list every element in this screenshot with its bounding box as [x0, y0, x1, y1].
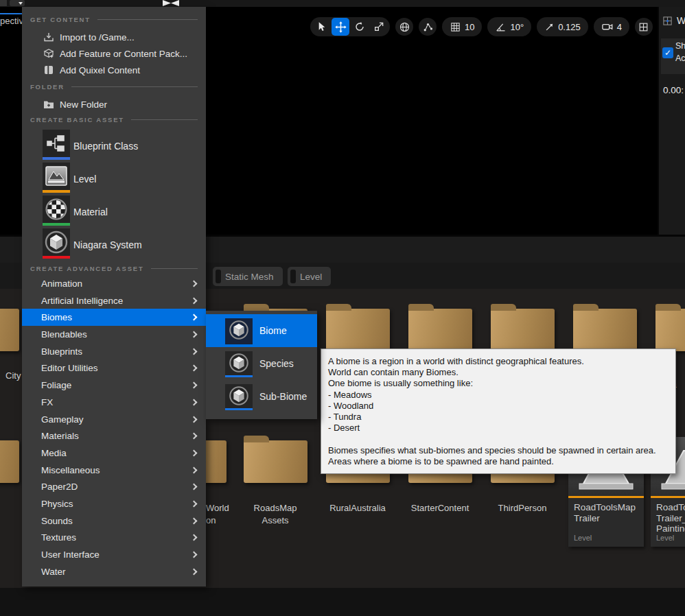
grid-snap-control[interactable]: 10 — [442, 17, 482, 36]
scale-snap-control[interactable]: 0.125 — [537, 17, 588, 36]
folder-label: StarterContent — [392, 502, 488, 514]
angle-icon — [495, 21, 507, 33]
blueprint-class-icon — [43, 130, 70, 160]
camera-icon — [601, 21, 614, 33]
submenu-item-species[interactable]: Species — [206, 347, 317, 380]
folder-icon-partial[interactable] — [0, 440, 19, 483]
folder-label: ThirdPerson — [474, 502, 570, 514]
menu-item-miscellaneous[interactable]: Miscellaneous — [22, 462, 206, 479]
folder-icon[interactable] — [408, 309, 472, 351]
menu-item-physics[interactable]: Physics — [22, 495, 206, 512]
chevron-right-icon — [191, 467, 198, 474]
folder-icon[interactable] — [326, 309, 390, 351]
menu-item-artificial-intelligence[interactable]: Artificial Intelligence — [22, 292, 206, 309]
viewport-layout-icon — [638, 21, 649, 33]
biomes-submenu: Biome Species Sub-Biome — [206, 311, 317, 419]
asset-type: Level — [574, 534, 592, 542]
viewport-layout-button[interactable] — [635, 18, 653, 36]
menu-item-biomes[interactable]: Biomes — [22, 309, 206, 326]
panel-value-partial: 0.00: — [663, 85, 684, 95]
panel-header: W — [662, 15, 685, 26]
import-icon — [43, 32, 54, 43]
menu-item-add-quixel-content[interactable]: Add Quixel Content — [22, 62, 206, 78]
filter-chip-static-mesh[interactable]: Static Mesh — [213, 267, 283, 286]
menu-item-add-feature-or-content-pack[interactable]: Add Feature or Content Pack... — [22, 45, 206, 62]
menu-item-blendables[interactable]: Blendables — [22, 326, 206, 343]
world-coordinate-button[interactable] — [395, 18, 413, 36]
checkbox-checked[interactable]: ✓ — [662, 47, 673, 58]
dropdown-partial-icon[interactable] — [10, 0, 25, 6]
folder-icon[interactable] — [491, 309, 555, 351]
folder-icon-partial[interactable] — [0, 309, 19, 351]
level-icon — [43, 163, 70, 193]
asset-type-color-bar — [568, 496, 644, 498]
menu-item-materials[interactable]: Materials — [22, 427, 206, 445]
details-panel-partial: W Sh ✓ Ac 0.00: — [658, 7, 685, 235]
chevron-right-icon — [191, 534, 198, 541]
menu-item-blueprints[interactable]: Blueprints — [22, 343, 206, 360]
rotation-snap-control[interactable]: 10° — [487, 17, 531, 36]
section-header-create-advanced-asset: CREATE ADVANCED ASSET — [30, 263, 198, 273]
menu-item-niagara-system[interactable]: Niagara System — [22, 228, 206, 261]
scale-arrow-icon — [544, 22, 555, 32]
scale-tool-button[interactable] — [370, 18, 388, 36]
folder-label: RoadsMap Assets — [227, 502, 323, 526]
chevron-right-icon — [191, 484, 198, 490]
rotate-icon — [354, 21, 365, 32]
submenu-item-biome[interactable]: Biome — [206, 314, 317, 347]
niagara-system-icon — [43, 228, 70, 259]
rotate-tool-button[interactable] — [351, 18, 369, 36]
camera-speed-value: 4 — [617, 22, 622, 32]
camera-speed-control[interactable]: 4 — [594, 17, 629, 36]
partial-icon — [0, 0, 7, 6]
folder-icon[interactable] — [573, 309, 637, 351]
menu-item-paper2d[interactable]: Paper2D — [22, 478, 206, 495]
scale-icon — [373, 21, 384, 32]
world-settings-icon — [662, 16, 673, 26]
folder-label: RuralAustralia — [310, 502, 406, 514]
menu-item-gameplay[interactable]: Gameplay — [22, 411, 206, 428]
rotation-snap-value: 10° — [510, 22, 524, 32]
quixel-bridge-icon — [43, 64, 54, 75]
menu-item-textures[interactable]: Textures — [22, 529, 206, 546]
menu-item-animation[interactable]: Animation — [22, 275, 206, 292]
grid-icon — [450, 21, 461, 33]
perspective-label-partial: pectiv — [0, 16, 23, 26]
chevron-right-icon — [191, 314, 198, 321]
menu-item-new-folder[interactable]: New Folder — [22, 96, 206, 112]
chevron-right-icon — [191, 331, 198, 338]
menu-item-media[interactable]: Media — [22, 445, 206, 462]
filter-chip-level[interactable]: Level — [288, 267, 331, 286]
biome-icon — [225, 318, 253, 344]
sub-biome-icon — [225, 384, 253, 410]
menu-item-foliage[interactable]: Foliage — [22, 377, 206, 394]
chevron-right-icon — [191, 518, 198, 525]
menu-item-fx[interactable]: FX — [22, 394, 206, 411]
menu-item-material[interactable]: Material — [22, 196, 206, 228]
submenu-item-sub-biome[interactable]: Sub-Biome — [206, 380, 317, 413]
panel-row2-partial: Ac — [675, 54, 685, 63]
menu-item-sounds[interactable]: Sounds — [22, 512, 206, 530]
filter-bow-icon[interactable] — [162, 0, 180, 6]
section-header-folder: FOLDER — [30, 82, 198, 91]
unreal-editor-screen: pectiv — [0, 0, 685, 616]
move-tool-button[interactable] — [332, 18, 349, 36]
menu-item-import-to-game[interactable]: Import to /Game... — [22, 29, 206, 45]
chevron-right-icon — [191, 433, 198, 440]
select-tool-button[interactable] — [312, 18, 330, 36]
panel-section: Sh ✓ Ac — [661, 38, 685, 74]
folder-icon[interactable] — [244, 440, 307, 483]
grid-snap-value: 10 — [465, 22, 474, 32]
menu-item-blueprint-class[interactable]: Blueprint Class — [22, 130, 206, 163]
menu-item-water[interactable]: Water — [22, 563, 206, 580]
menu-item-user-interface[interactable]: User Interface — [22, 546, 206, 563]
menu-item-editor-utilities[interactable]: Editor Utilities — [22, 359, 206, 377]
asset-name: RoadTo Trailer_ Painting — [656, 502, 685, 534]
menu-item-level[interactable]: Level — [22, 163, 206, 196]
folder-icon-partial[interactable] — [655, 309, 685, 351]
surface-snapping-button[interactable] — [419, 18, 437, 36]
chevron-right-icon — [191, 416, 198, 423]
new-folder-icon — [43, 99, 54, 110]
species-icon — [225, 351, 253, 377]
asset-accent-bar — [225, 375, 253, 377]
